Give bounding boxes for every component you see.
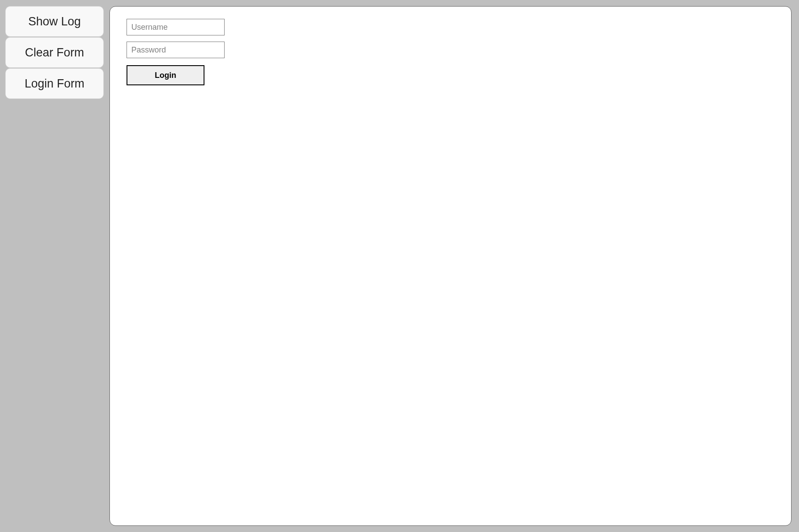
login-form-button[interactable]: Login Form <box>5 68 104 99</box>
sidebar: Show Log Clear Form Login Form <box>5 6 104 99</box>
show-log-button[interactable]: Show Log <box>5 6 104 37</box>
login-button[interactable]: Login <box>127 65 204 85</box>
clear-form-button[interactable]: Clear Form <box>5 37 104 68</box>
password-input[interactable] <box>127 42 225 58</box>
main-panel: Login <box>109 6 792 526</box>
login-form: Login <box>127 19 774 85</box>
username-input[interactable] <box>127 19 225 35</box>
